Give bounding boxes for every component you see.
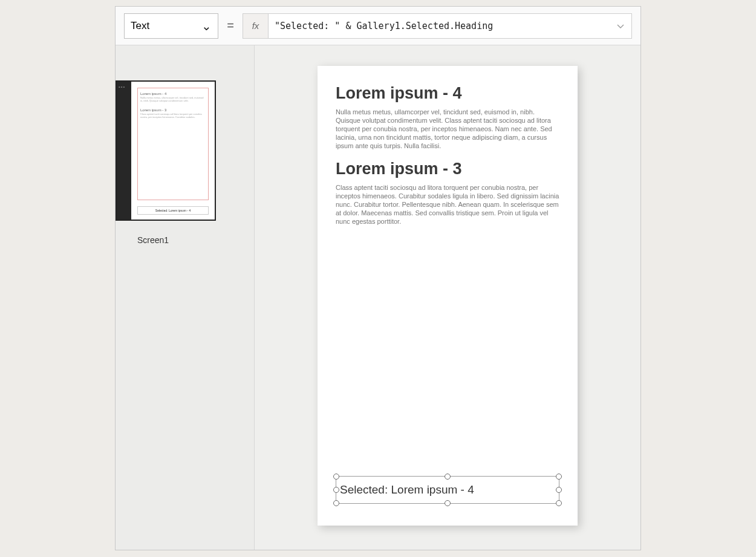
property-dropdown[interactable]: Text ⌄ [124, 13, 218, 39]
gallery-item-body: Class aptent taciti sociosqu ad litora t… [336, 183, 559, 226]
gallery-control[interactable]: Lorem ipsum - 4 Nulla metus metus, ullam… [336, 84, 559, 235]
formula-input-wrap: fx "Selected: " & Gallery1.Selected.Head… [243, 13, 632, 39]
thumbnail-canvas: Lorem ipsum - 4 Nulla metus metus, ullam… [131, 82, 215, 220]
app-canvas[interactable]: Lorem ipsum - 4 Nulla metus metus, ullam… [318, 66, 578, 526]
thumb-heading-2: Lorem ipsum - 3 [140, 108, 206, 112]
thumb-body-1: Nulla metus metus, ullamcorper vel, tinc… [140, 96, 206, 106]
gallery-item-body: Nulla metus metus, ullamcorper vel, tinc… [336, 108, 559, 150]
fx-icon[interactable]: fx [243, 14, 269, 38]
resize-handle[interactable] [445, 474, 451, 480]
thumb-selected-label: Selected: Lorem ipsum - 4 [137, 206, 209, 215]
property-name: Text [131, 20, 149, 32]
thumbnail-sidebar: ••• [117, 82, 131, 220]
thumb-heading-1: Lorem ipsum - 4 [140, 92, 206, 96]
resize-handle[interactable] [556, 487, 562, 493]
editor-body: ••• Lorem ipsum - 4 Nulla metus metus, u… [116, 45, 640, 550]
more-icon: ••• [119, 84, 125, 90]
resize-handle[interactable] [556, 474, 562, 480]
formula-bar: Text ⌄ = fx "Selected: " & Gallery1.Sele… [116, 7, 640, 45]
chevron-down-icon: ⌄ [201, 19, 212, 33]
formula-input[interactable]: "Selected: " & Gallery1.Selected.Heading [269, 21, 614, 31]
gallery-item-heading: Lorem ipsum - 3 [336, 160, 559, 178]
resize-handle[interactable] [556, 500, 562, 506]
gallery-item-heading: Lorem ipsum - 4 [336, 84, 559, 103]
screen-name-label[interactable]: Screen1 [137, 235, 169, 245]
selected-text-label[interactable]: Selected: Lorem ipsum - 4 [336, 476, 559, 504]
app-editor: Text ⌄ = fx "Selected: " & Gallery1.Sele… [115, 6, 641, 550]
selected-text-value: Selected: Lorem ipsum - 4 [340, 483, 474, 497]
canvas-area: Lorem ipsum - 4 Nulla metus metus, ullam… [255, 45, 640, 550]
thumbnail-gallery-outline: Lorem ipsum - 4 Nulla metus metus, ullam… [137, 88, 209, 200]
formula-expand-icon[interactable] [614, 20, 627, 32]
resize-handle[interactable] [445, 500, 451, 506]
equals-label: = [223, 19, 238, 33]
screens-panel: ••• Lorem ipsum - 4 Nulla metus metus, u… [116, 45, 255, 550]
resize-handle[interactable] [333, 487, 339, 493]
resize-handle[interactable] [333, 500, 339, 506]
screen-thumbnail[interactable]: ••• Lorem ipsum - 4 Nulla metus metus, u… [116, 80, 216, 221]
resize-handle[interactable] [333, 474, 339, 480]
thumb-body-2: Class aptent taciti sociosqu ad litora t… [140, 112, 206, 122]
